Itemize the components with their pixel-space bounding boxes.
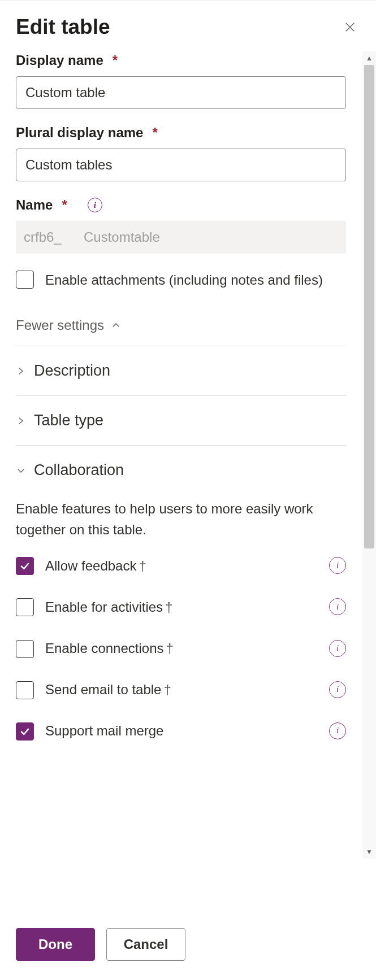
display-name-label: Display name* <box>16 53 346 68</box>
table-type-section-header[interactable]: Table type <box>16 396 346 445</box>
panel-scroll-area: Display name* Plural display name* Name*… <box>0 45 362 913</box>
allow-feedback-label-text: Allow feedback <box>45 558 136 573</box>
send-email-label-text: Send email to table <box>45 682 161 697</box>
allow-feedback-checkbox[interactable] <box>16 557 34 575</box>
collaboration-section-header[interactable]: Collaboration <box>16 446 346 495</box>
collaboration-section-title: Collaboration <box>34 461 124 479</box>
panel-footer: Done Cancel <box>0 913 376 980</box>
chevron-up-icon <box>111 320 121 330</box>
enable-connections-label: Enable connections† <box>45 638 318 659</box>
description-section-header[interactable]: Description <box>16 346 346 395</box>
support-mail-merge-label: Support mail merge <box>45 720 318 741</box>
description-section-title: Description <box>34 362 110 380</box>
enable-connections-row: Enable connections† i <box>16 638 346 659</box>
plural-display-name-field: Plural display name* <box>16 125 346 181</box>
name-prefix: crfb6_ <box>16 221 75 254</box>
display-name-field: Display name* <box>16 53 346 109</box>
fewer-settings-label: Fewer settings <box>16 317 104 333</box>
allow-feedback-label: Allow feedback† <box>45 555 318 576</box>
info-icon[interactable]: i <box>329 722 346 739</box>
required-indicator: * <box>113 53 118 68</box>
check-icon <box>19 560 31 572</box>
support-mail-merge-checkbox[interactable] <box>16 722 34 741</box>
name-label: Name* i <box>16 197 346 213</box>
enable-activities-label: Enable for activities† <box>45 596 318 617</box>
send-email-row: Send email to table† i <box>16 679 346 700</box>
table-type-section-title: Table type <box>34 412 103 429</box>
close-icon <box>344 21 356 33</box>
dagger: † <box>163 682 171 697</box>
plural-display-name-label-text: Plural display name <box>16 125 143 141</box>
enable-activities-row: Enable for activities† i <box>16 596 346 617</box>
check-icon <box>19 726 31 737</box>
display-name-input[interactable] <box>16 76 346 109</box>
name-field: Name* i crfb6_ <box>16 197 346 254</box>
dagger: † <box>139 558 146 573</box>
done-button[interactable]: Done <box>16 928 95 961</box>
dagger: † <box>165 599 172 615</box>
allow-feedback-row: Allow feedback† i <box>16 555 346 576</box>
required-indicator: * <box>62 197 67 213</box>
fewer-settings-toggle[interactable]: Fewer settings <box>16 317 346 333</box>
collaboration-section-body: Enable features to help users to more ea… <box>16 498 346 773</box>
chevron-right-icon <box>16 366 26 376</box>
display-name-label-text: Display name <box>16 53 103 68</box>
enable-attachments-row: Enable attachments (including notes and … <box>16 269 346 290</box>
scrollbar[interactable]: ▲ ▼ <box>362 51 376 859</box>
enable-connections-checkbox[interactable] <box>16 640 34 658</box>
chevron-down-icon <box>16 465 26 476</box>
scroll-up-arrow[interactable]: ▲ <box>362 51 376 65</box>
support-mail-merge-label-text: Support mail merge <box>45 723 163 738</box>
name-label-text: Name <box>16 197 53 213</box>
plural-display-name-input[interactable] <box>16 149 346 181</box>
edit-table-panel: Edit table Display name* Plural display … <box>0 0 376 980</box>
support-mail-merge-row: Support mail merge i <box>16 720 346 741</box>
send-email-checkbox[interactable] <box>16 681 34 699</box>
enable-connections-label-text: Enable connections <box>45 641 163 656</box>
scrollbar-thumb[interactable] <box>364 65 374 548</box>
scroll-down-arrow[interactable]: ▼ <box>362 845 376 859</box>
dagger: † <box>166 641 173 656</box>
scrollbar-track[interactable] <box>362 65 376 845</box>
plural-display-name-label: Plural display name* <box>16 125 346 141</box>
enable-attachments-label: Enable attachments (including notes and … <box>45 269 323 290</box>
close-button[interactable] <box>340 17 360 37</box>
enable-activities-label-text: Enable for activities <box>45 599 163 615</box>
send-email-label: Send email to table† <box>45 679 318 700</box>
enable-attachments-checkbox[interactable] <box>16 271 34 289</box>
name-input-row: crfb6_ <box>16 221 346 254</box>
panel-title: Edit table <box>16 15 110 39</box>
panel-header: Edit table <box>0 1 376 45</box>
enable-activities-checkbox[interactable] <box>16 598 34 616</box>
info-icon[interactable]: i <box>329 598 346 615</box>
collaboration-description: Enable features to help users to more ea… <box>16 498 346 540</box>
required-indicator: * <box>152 125 157 141</box>
info-icon[interactable]: i <box>329 557 346 574</box>
info-icon[interactable]: i <box>88 198 102 212</box>
name-input <box>75 221 346 254</box>
info-icon[interactable]: i <box>329 640 346 657</box>
info-icon[interactable]: i <box>329 681 346 698</box>
cancel-button[interactable]: Cancel <box>106 928 185 961</box>
chevron-right-icon <box>16 416 26 426</box>
